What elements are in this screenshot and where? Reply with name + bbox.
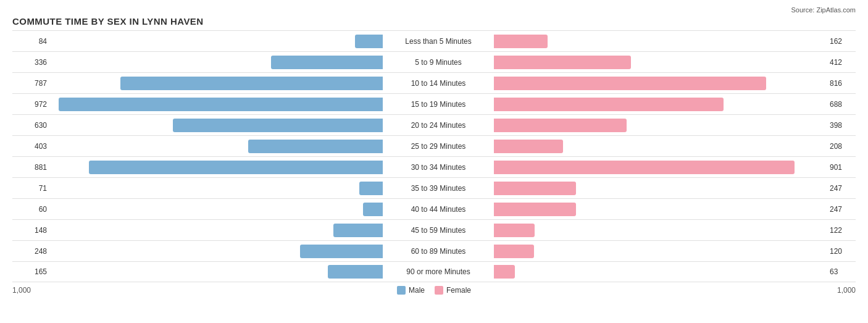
legend-female: Female — [435, 286, 471, 295]
male-value: 60 — [12, 205, 49, 214]
female-bar-container — [494, 203, 827, 216]
female-value: 816 — [827, 79, 864, 88]
female-bar — [494, 35, 548, 48]
female-bar — [494, 140, 563, 153]
table-row: 881 30 to 34 Minutes 901 — [12, 156, 856, 177]
row-label: 10 to 14 Minutes — [383, 79, 494, 88]
male-bar — [89, 161, 383, 174]
female-bar-container — [494, 98, 827, 111]
male-value: 71 — [12, 184, 49, 193]
male-bar-container — [49, 182, 383, 195]
female-bar — [494, 224, 535, 237]
row-label: 15 to 19 Minutes — [383, 100, 494, 109]
male-bar-container — [49, 224, 383, 237]
male-bar-container — [49, 265, 383, 279]
male-bar-container — [49, 77, 383, 90]
male-bar-container — [49, 56, 383, 69]
female-value: 398 — [827, 121, 864, 130]
female-bar — [494, 119, 627, 132]
row-label: 20 to 24 Minutes — [383, 121, 494, 130]
male-color-box — [397, 286, 406, 295]
source-line: Source: ZipAtlas.com — [12, 6, 856, 14]
female-bar — [494, 182, 576, 195]
female-bar-container — [494, 119, 827, 132]
male-value: 84 — [12, 37, 49, 46]
row-label: 5 to 9 Minutes — [383, 58, 494, 67]
legend: Male Female — [397, 286, 471, 295]
row-label: 30 to 34 Minutes — [383, 163, 494, 172]
female-value: 247 — [827, 205, 864, 214]
female-bar-container — [494, 265, 827, 279]
female-bar-container — [494, 182, 827, 195]
male-bar — [363, 203, 383, 216]
female-bar — [494, 203, 576, 216]
male-value: 336 — [12, 58, 49, 67]
female-bar-container — [494, 161, 827, 174]
female-color-box — [435, 286, 443, 295]
female-value: 120 — [827, 247, 864, 256]
female-value: 208 — [827, 142, 864, 151]
male-bar — [328, 265, 383, 279]
female-value: 247 — [827, 184, 864, 193]
male-bar-container — [49, 35, 383, 48]
female-value: 412 — [827, 58, 864, 67]
table-row: 972 15 to 19 Minutes 688 — [12, 93, 856, 114]
chart-title: COMMUTE TIME BY SEX IN LYNN HAVEN — [12, 16, 856, 27]
male-value: 972 — [12, 100, 49, 109]
female-bar — [494, 56, 631, 69]
male-value: 165 — [12, 267, 49, 276]
female-bar-container — [494, 224, 827, 237]
female-value: 688 — [827, 100, 864, 109]
male-bar-container — [49, 245, 383, 258]
male-bar — [173, 119, 383, 132]
female-bar — [494, 98, 724, 111]
table-row: 84 Less than 5 Minutes 162 — [12, 30, 856, 51]
chart-footer: 1,000 Male Female 1,000 — [12, 286, 856, 295]
male-bar — [248, 140, 383, 153]
female-value: 162 — [827, 37, 864, 46]
row-label: 35 to 39 Minutes — [383, 184, 494, 193]
row-label: 90 or more Minutes — [383, 267, 494, 276]
axis-label-right: 1,000 — [819, 286, 856, 295]
table-row: 71 35 to 39 Minutes 247 — [12, 177, 856, 198]
female-value: 901 — [827, 163, 864, 172]
female-bar-container — [494, 77, 827, 90]
male-value: 787 — [12, 79, 49, 88]
female-label: Female — [446, 286, 471, 295]
row-label: 25 to 29 Minutes — [383, 142, 494, 151]
table-row: 336 5 to 9 Minutes 412 — [12, 51, 856, 72]
male-value: 148 — [12, 226, 49, 235]
male-bar-container — [49, 119, 383, 132]
male-value: 403 — [12, 142, 49, 151]
male-bar — [300, 245, 383, 258]
female-bar — [494, 77, 766, 90]
row-label: 45 to 59 Minutes — [383, 226, 494, 235]
female-bar — [494, 161, 795, 174]
female-bar — [494, 265, 515, 279]
table-row: 787 10 to 14 Minutes 816 — [12, 72, 856, 93]
female-value: 63 — [827, 267, 864, 276]
table-row: 630 20 to 24 Minutes 398 — [12, 114, 856, 135]
table-row: 165 90 or more Minutes 63 — [12, 261, 856, 282]
male-label: Male — [409, 286, 425, 295]
male-bar — [120, 77, 383, 90]
female-bar-container — [494, 245, 827, 258]
axis-label-left: 1,000 — [12, 286, 49, 295]
female-bar-container — [494, 35, 827, 48]
legend-male: Male — [397, 286, 425, 295]
male-bar — [359, 182, 383, 195]
male-bar-container — [49, 140, 383, 153]
male-bar — [271, 56, 383, 69]
female-bar — [494, 245, 534, 258]
female-value: 122 — [827, 226, 864, 235]
male-bar-container — [49, 98, 383, 111]
male-bar — [59, 98, 383, 111]
row-label: 40 to 44 Minutes — [383, 205, 494, 214]
male-bar-container — [49, 161, 383, 174]
row-label: 60 to 89 Minutes — [383, 247, 494, 256]
male-value: 630 — [12, 121, 49, 130]
male-bar — [333, 224, 383, 237]
chart-area: 84 Less than 5 Minutes 162 336 5 to 9 Mi… — [12, 30, 856, 295]
table-row: 403 25 to 29 Minutes 208 — [12, 135, 856, 156]
female-bar-container — [494, 56, 827, 69]
